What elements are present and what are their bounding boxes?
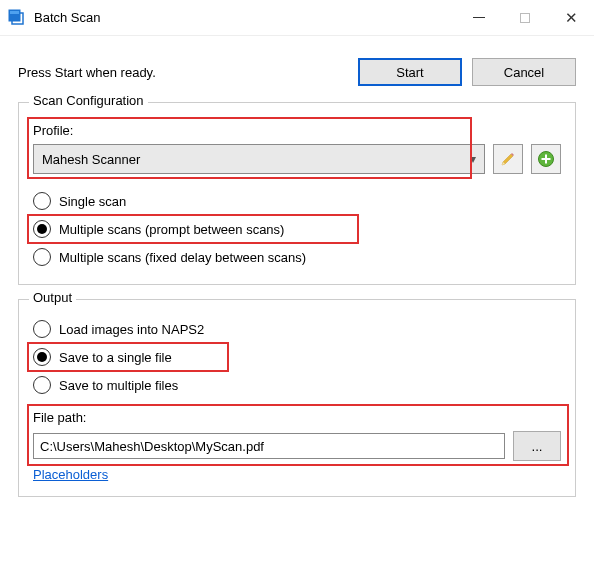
svg-rect-5 xyxy=(542,158,551,160)
radio-label: Multiple scans (fixed delay between scan… xyxy=(59,250,306,265)
add-profile-button[interactable] xyxy=(531,144,561,174)
radio-label: Load images into NAPS2 xyxy=(59,322,204,337)
radio-label: Save to multiple files xyxy=(59,378,178,393)
start-button[interactable]: Start xyxy=(358,58,462,86)
radio-label: Multiple scans (prompt between scans) xyxy=(59,222,284,237)
radio-multiple-prompt[interactable]: Multiple scans (prompt between scans) xyxy=(33,220,284,238)
radio-load-naps2[interactable]: Load images into NAPS2 xyxy=(33,320,561,338)
radio-icon xyxy=(33,192,51,210)
radio-save-multiple[interactable]: Save to multiple files xyxy=(33,376,561,394)
browse-button[interactable]: ... xyxy=(513,431,561,461)
scan-config-legend: Scan Configuration xyxy=(29,93,148,108)
output-legend: Output xyxy=(29,290,76,305)
chevron-down-icon: ▾ xyxy=(470,152,476,166)
maximize-button[interactable] xyxy=(502,3,548,33)
placeholders-link[interactable]: Placeholders xyxy=(33,467,108,482)
prompt-text: Press Start when ready. xyxy=(18,65,358,80)
radio-multiple-delay[interactable]: Multiple scans (fixed delay between scan… xyxy=(33,248,561,266)
radio-single-scan[interactable]: Single scan xyxy=(33,192,561,210)
minimize-button[interactable] xyxy=(456,3,502,33)
scan-config-group: Scan Configuration Profile: Mahesh Scann… xyxy=(18,102,576,285)
output-group: Output Load images into NAPS2 Save to a … xyxy=(18,299,576,497)
close-button[interactable]: ✕ xyxy=(548,3,594,33)
titlebar: Batch Scan ✕ xyxy=(0,0,594,36)
radio-label: Save to a single file xyxy=(59,350,172,365)
cancel-button[interactable]: Cancel xyxy=(472,58,576,86)
profile-select-value: Mahesh Scanner xyxy=(42,152,470,167)
radio-icon xyxy=(33,376,51,394)
svg-rect-2 xyxy=(10,11,19,14)
add-icon xyxy=(537,150,555,168)
edit-profile-button[interactable] xyxy=(493,144,523,174)
dialog-content: Press Start when ready. Start Cancel Sca… xyxy=(0,36,594,497)
radio-icon xyxy=(33,320,51,338)
radio-icon xyxy=(33,348,51,366)
radio-label: Single scan xyxy=(59,194,126,209)
radio-icon xyxy=(33,220,51,238)
app-icon xyxy=(8,9,26,27)
radio-save-single[interactable]: Save to a single file xyxy=(33,348,172,366)
top-row: Press Start when ready. Start Cancel xyxy=(18,58,576,86)
filepath-label: File path: xyxy=(33,410,561,425)
profile-select[interactable]: Mahesh Scanner ▾ xyxy=(33,144,485,174)
pencil-icon xyxy=(500,151,516,167)
window-title: Batch Scan xyxy=(34,10,101,25)
radio-icon xyxy=(33,248,51,266)
filepath-input[interactable] xyxy=(33,433,505,459)
profile-label: Profile: xyxy=(33,123,561,138)
